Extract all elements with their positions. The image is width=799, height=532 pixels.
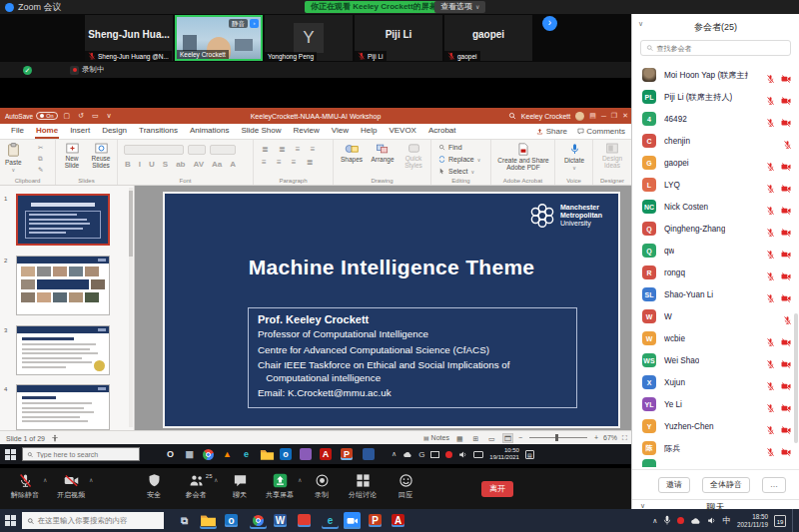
tab-help[interactable]: Help [360,124,378,139]
replace-button[interactable]: Replace∨ [438,156,480,163]
slide-thumbnail-4[interactable] [16,384,110,430]
participant-row-chenjin[interactable]: Cchenjin [632,130,799,152]
paste-button[interactable]: Paste∨ [5,143,22,173]
video-tile-gaopei[interactable]: gaopeigaopei [444,15,532,61]
taskbar-acrobat-icon[interactable]: A [392,514,404,527]
start-button[interactable] [5,449,16,460]
align-icons[interactable]: ≡ ≡ ≡ ≣ [262,158,317,167]
video-tile-yonghong-peng[interactable]: YYonghong Peng [265,15,353,61]
font-style-button-i[interactable]: I [139,160,141,169]
user-avatar[interactable] [575,112,584,121]
next-page-participants-button[interactable]: › [542,16,557,31]
participant-row-rongq[interactable]: Rrongq [632,262,799,283]
participant-row-wcbie[interactable]: Wwcbie [632,327,799,349]
font-style-button-u[interactable]: U [149,160,155,169]
tab-file[interactable]: File [10,124,25,139]
taskbar-acrobat-icon[interactable]: A [320,448,332,460]
dictate-button[interactable]: Dictate∨ [560,143,588,171]
participant-search-box[interactable] [640,40,791,56]
clipboard-mini-buttons[interactable]: ✂ ⧉ ✎ [38,144,43,174]
font-style-button-s[interactable]: S [163,160,168,169]
ribbon-options-icon[interactable]: ▤ [589,112,596,120]
taskbar-outlook-icon[interactable]: o [225,514,238,527]
fit-slide-icon[interactable]: ⛶ [622,434,627,442]
participant-row-qw[interactable]: Qqw [632,240,799,262]
touch-keyboard-icon[interactable] [473,451,483,458]
quick-styles-button[interactable]: Quick Styles [400,143,427,170]
taskbar-edge-icon[interactable]: e [322,512,339,529]
participant-row-yuzhen-chen[interactable]: YYuzhen-Chen [632,415,799,437]
pin-icon[interactable]: › [250,19,259,28]
participant-row-xujun[interactable]: XXujun [632,371,799,393]
notes-button[interactable]: ▤Notes [423,434,449,441]
taskbar-vlc-icon[interactable]: ▲ [220,447,235,462]
taskbar-task-view-icon[interactable]: ⧉ [176,512,193,529]
search-icon[interactable] [508,112,516,121]
toolbar-start-video-button[interactable]: ∧开启视频 [48,473,94,506]
taskbar-file-explorer-icon[interactable] [260,447,275,462]
tab-design[interactable]: Design [101,124,128,139]
participant-row-46492[interactable]: 446492 [632,108,799,130]
participant-row-w[interactable]: WW [632,305,799,327]
zoom-slider[interactable] [529,437,587,438]
taskbar-edge-icon[interactable]: e [239,447,254,462]
notification-badge[interactable]: 19 [774,515,786,527]
tab-review[interactable]: Review [292,124,320,139]
reuse-slides-button[interactable]: Reuse Slides [87,143,115,170]
font-style-button-a[interactable]: A [230,160,236,169]
taskbar-powerpoint-icon[interactable]: P [369,514,382,527]
microphone-tray-icon[interactable] [663,515,671,526]
restore-button[interactable]: ❐ [611,112,617,120]
font-grow-shrink[interactable] [210,145,236,155]
mute-all-button[interactable]: 全体静音 [702,477,750,493]
tab-slide-show[interactable]: Slide Show [240,124,282,139]
participant-row-gaopei[interactable]: Ggaopei [632,152,799,174]
font-size-combo[interactable] [188,145,206,155]
invite-button[interactable]: 邀请 [658,477,690,493]
tab-vevox[interactable]: VEVOX [388,124,417,139]
normal-view-icon[interactable]: ▦ [454,433,465,443]
notification-icon[interactable]: ▤ [525,450,534,459]
shared-clock[interactable]: 10:5019/11/2021 [489,447,519,462]
taskbar-file-explorer-icon[interactable] [200,512,217,529]
design-ideas-button[interactable]: Design Ideas [598,143,626,170]
more-options-button[interactable]: … [762,477,786,493]
taskbar-app-grid-icon[interactable]: ▦ [182,447,197,462]
slide-thumbnail-3[interactable] [16,325,110,375]
chevron-up-icon[interactable]: ∧ [214,476,218,483]
reading-view-icon[interactable]: ▭ [486,433,497,443]
participant-row-shao-yuan-li[interactable]: SLShao-Yuan Li [632,283,799,305]
taskbar-word-icon[interactable]: W [274,514,287,527]
taskbar-app-blue-icon[interactable] [363,448,375,460]
tab-insert[interactable]: Insert [69,124,91,139]
slide-canvas[interactable]: Manchester Metropolitan University Machi… [163,192,620,428]
font-style-button-ab[interactable]: ab [176,160,185,169]
participant-row-陈兵[interactable]: 陈陈兵 [632,437,799,459]
comments-button[interactable]: Comments [577,127,625,136]
font-name-combo[interactable] [124,145,184,155]
speaker-icon[interactable] [458,450,467,459]
speaker-icon[interactable] [707,516,716,525]
video-tile-keeley-crockett[interactable]: 静音›Keeley Crockett [175,15,263,61]
display-icon[interactable] [430,451,439,458]
thumbnail-scrollbar[interactable] [129,188,133,427]
taskbar-app-red-icon[interactable] [298,514,311,527]
shapes-button[interactable]: Shapes [338,143,366,163]
video-tile-sheng-jun-huang-n[interactable]: Sheng-Jun Hua...Sheng-Jun Huang @N... [85,15,173,61]
format-painter-icon[interactable]: ✎ [38,166,43,174]
toolbar-record-button[interactable]: 录制 [304,473,340,506]
share-button[interactable]: Share [536,127,567,136]
minimize-button[interactable]: ─ [601,113,606,120]
taskbar-outlook-icon[interactable]: o [280,448,292,460]
input-language-indicator[interactable]: 中 [722,515,731,527]
toolbar-breakout-button[interactable]: 分组讨论 [340,473,386,506]
chevron-up-icon[interactable]: ∧ [298,476,302,483]
viewer-clock[interactable]: 18:502021/11/19 [737,513,768,529]
taskbar-zoom-icon[interactable] [344,512,361,529]
list-indent-icons[interactable]: ≣ ≣ ≡ ≡ [262,145,319,154]
video-tile-piji-li[interactable]: Piji LiPiji Li [355,15,442,61]
cut-icon[interactable]: ✂ [38,144,43,152]
toolbar-participants-button[interactable]: 25∧参会者 [174,473,218,506]
taskbar-opera-icon[interactable]: O [163,447,178,462]
zoom-in-icon[interactable]: + [594,434,598,441]
